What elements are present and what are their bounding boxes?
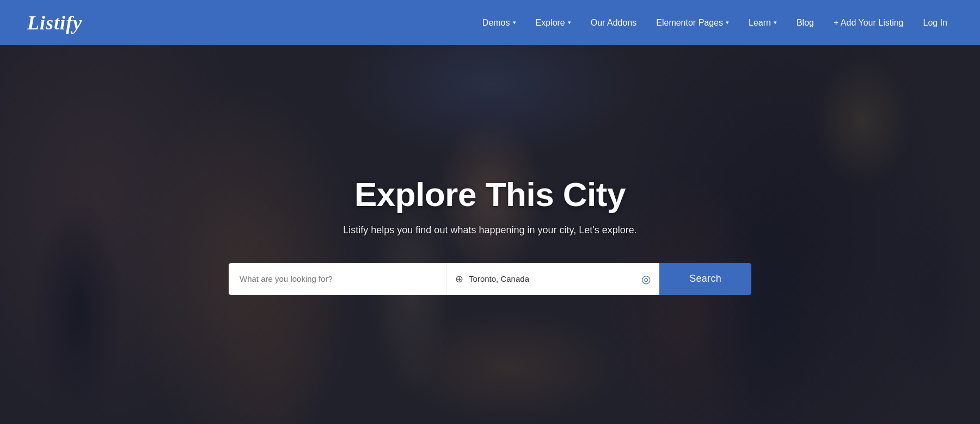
nav-explore[interactable]: Explore ▾ (536, 18, 571, 28)
location-crosshair-icon: ⊕ (455, 273, 463, 285)
gps-target-icon[interactable]: ◎ (641, 272, 651, 286)
chevron-down-icon: ▾ (726, 19, 729, 26)
chevron-down-icon: ▾ (513, 19, 516, 26)
search-button[interactable]: Search (659, 263, 751, 295)
hero-title: Explore This City (11, 175, 969, 214)
main-nav: Demos ▾ Explore ▾ Our Addons Elementor P… (482, 18, 947, 28)
search-what-input[interactable] (240, 274, 435, 283)
nav-elementor-pages[interactable]: Elementor Pages ▾ (656, 18, 729, 28)
nav-blog[interactable]: Blog (797, 18, 814, 28)
hero-content: Explore This City Listify helps you find… (0, 175, 980, 295)
nav-demos[interactable]: Demos ▾ (482, 18, 516, 28)
nav-add-listing[interactable]: + Add Your Listing (834, 18, 904, 28)
site-header: Listify Demos ▾ Explore ▾ Our Addons Ele… (0, 0, 980, 45)
site-logo[interactable]: Listify (27, 11, 82, 34)
search-where-input[interactable] (469, 274, 636, 283)
chevron-down-icon: ▾ (568, 19, 571, 26)
search-bar: ⊕ ◎ Search (229, 263, 751, 295)
nav-learn[interactable]: Learn ▾ (749, 18, 777, 28)
hero-section: Explore This City Listify helps you find… (0, 45, 980, 424)
chevron-down-icon: ▾ (774, 19, 777, 26)
hero-subtitle: Listify helps you find out whats happeni… (11, 225, 969, 236)
search-what-wrapper (229, 263, 446, 295)
nav-login[interactable]: Log In (923, 18, 947, 28)
search-where-wrapper: ⊕ ◎ (446, 263, 659, 295)
nav-our-addons[interactable]: Our Addons (591, 18, 637, 28)
